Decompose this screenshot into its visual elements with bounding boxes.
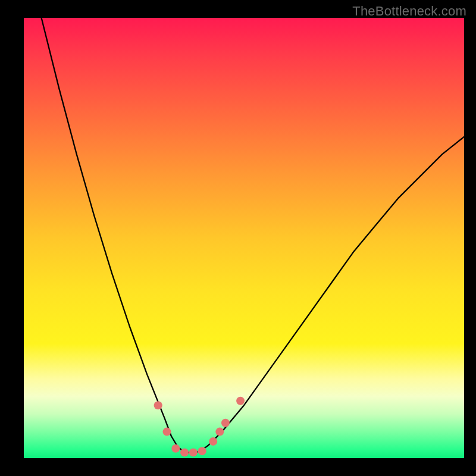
highlight-point <box>215 428 224 436</box>
chart-frame: TheBottleneck.com <box>0 0 476 476</box>
highlight-point <box>221 419 230 427</box>
highlight-point <box>154 401 162 409</box>
highlight-point <box>171 444 180 453</box>
highlight-point <box>198 447 206 455</box>
highlight-point <box>236 397 245 405</box>
highlight-point <box>163 428 171 436</box>
bottleneck-curve <box>42 18 464 453</box>
highlight-point <box>209 437 217 446</box>
chart-plot-area <box>24 18 464 458</box>
highlight-point <box>189 448 198 456</box>
highlight-point <box>180 448 189 456</box>
chart-svg <box>24 18 464 458</box>
watermark-text: TheBottleneck.com <box>352 4 466 19</box>
